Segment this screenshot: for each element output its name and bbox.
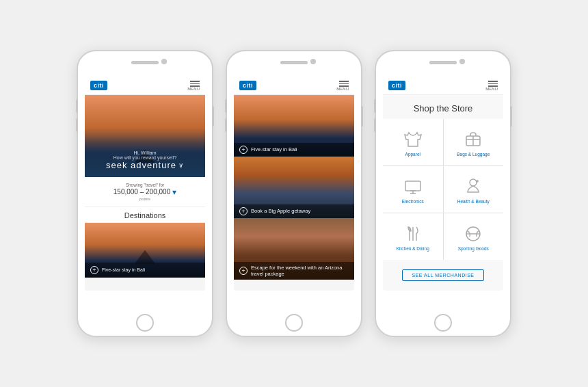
- svg-rect-3: [405, 181, 420, 191]
- shirt-icon: [403, 130, 423, 149]
- volume-down-button: [374, 118, 376, 132]
- menu-icon[interactable]: [488, 81, 498, 87]
- item-label: Five-star stay in Bali: [251, 146, 297, 152]
- phone-camera: [459, 59, 465, 64]
- destination-item-nyc[interactable]: + Book a Big Apple getaway: [234, 157, 354, 218]
- menu-icon[interactable]: [339, 81, 349, 87]
- category-sports[interactable]: Sporting Goods: [444, 213, 504, 260]
- card-title: Five-star stay in Bali: [102, 267, 145, 272]
- phone-2: citi MENU + Five-star stay in Bali: [226, 50, 362, 337]
- home-button[interactable]: [285, 314, 303, 332]
- shop-header: Shop the Store: [383, 95, 503, 119]
- sports-label: Sporting Goods: [458, 246, 489, 251]
- menu-label: MENU: [485, 87, 498, 91]
- item-bar: + Book a Big Apple getaway: [234, 204, 354, 218]
- hero-text-block: Hi, William How will you reward yourself…: [106, 150, 184, 170]
- chevron-down-icon: ∨: [178, 161, 184, 169]
- dining-label: Kitchen & Dining: [397, 246, 429, 251]
- destination-item-bali[interactable]: + Five-star stay in Bali: [234, 95, 354, 157]
- points-sub-label: points: [90, 197, 200, 201]
- citi-navbar: citi MENU: [234, 77, 354, 95]
- phones-container: citi MENU Hi, William How will you rewar…: [77, 50, 511, 337]
- category-apparel[interactable]: Apparel: [383, 119, 443, 165]
- shop-title: Shop the Store: [388, 103, 498, 114]
- points-range: 150,000 – 200,000 ▾: [90, 187, 200, 197]
- home-button[interactable]: [136, 314, 154, 332]
- citi-navbar: citi MENU: [383, 77, 503, 95]
- phone-camera: [310, 59, 316, 64]
- shop-categories-grid: Apparel Bags & Luggage: [383, 119, 503, 261]
- citi-logo: citi: [239, 81, 256, 90]
- filter-bar: Showing "travel" for 150,000 – 200,000 ▾…: [85, 177, 205, 207]
- category-dining[interactable]: Kitchen & Dining: [383, 213, 443, 260]
- menu-icon[interactable]: [190, 81, 200, 87]
- volume-up-button: [374, 99, 376, 113]
- showing-label: Showing "travel" for: [90, 183, 200, 187]
- hero-cta[interactable]: seek adventure ∨: [106, 160, 184, 170]
- see-all-button[interactable]: SEE ALL MERCHANDISE: [402, 269, 485, 281]
- item-bar: + Five-star stay in Bali: [234, 143, 354, 157]
- volume-up-button: [225, 99, 227, 113]
- electronics-icon: [403, 177, 423, 196]
- category-bags[interactable]: Bags & Luggage: [444, 119, 504, 165]
- power-button: [361, 106, 363, 126]
- destinations-section-label: Destinations: [85, 207, 205, 223]
- volume-up-button: [76, 99, 78, 113]
- phone-3-screen: citi MENU Shop the Store: [383, 77, 503, 291]
- health-icon: [464, 177, 483, 196]
- bag-icon: [464, 130, 483, 149]
- category-health[interactable]: Health & Beauty: [444, 166, 504, 213]
- hero-greeting: Hi, William: [106, 150, 184, 155]
- menu-label: MENU: [336, 87, 349, 91]
- phone-camera: [161, 59, 167, 64]
- apparel-label: Apparel: [405, 152, 420, 157]
- citi-navbar: citi MENU: [85, 77, 205, 95]
- phone-speaker: [280, 61, 308, 64]
- add-icon[interactable]: +: [239, 146, 248, 154]
- item-bar: + Escape for the weekend with an Arizona…: [234, 262, 354, 280]
- bags-label: Bags & Luggage: [457, 152, 490, 157]
- item-label: Book a Big Apple getaway: [251, 208, 310, 214]
- citi-logo: citi: [90, 81, 107, 90]
- item-label: Escape for the weekend with an Arizona t…: [251, 265, 349, 277]
- citi-logo: citi: [388, 81, 405, 90]
- hero-subtitle: How will you reward yourself?: [106, 155, 184, 160]
- phone-speaker: [429, 61, 457, 64]
- power-button: [510, 106, 512, 126]
- phone-1: citi MENU Hi, William How will you rewar…: [77, 50, 213, 337]
- phone-speaker: [131, 61, 159, 64]
- sports-icon: [464, 224, 483, 243]
- phone-1-screen: citi MENU Hi, William How will you rewar…: [85, 77, 205, 291]
- dropdown-icon[interactable]: ▾: [172, 187, 176, 197]
- volume-down-button: [76, 118, 78, 132]
- phone-2-screen: citi MENU + Five-star stay in Bali: [234, 77, 354, 291]
- home-button[interactable]: [434, 314, 452, 332]
- add-icon[interactable]: +: [239, 267, 248, 275]
- health-label: Health & Beauty: [457, 199, 490, 204]
- power-button: [212, 106, 214, 126]
- hero-banner: Hi, William How will you reward yourself…: [85, 95, 205, 177]
- add-icon[interactable]: +: [90, 266, 98, 274]
- destination-item-arizona[interactable]: + Escape for the weekend with an Arizona…: [234, 218, 354, 280]
- see-all-container: SEE ALL MERCHANDISE: [383, 260, 503, 291]
- electronics-label: Electronics: [402, 199, 424, 204]
- category-electronics[interactable]: Electronics: [383, 166, 443, 213]
- svg-point-7: [470, 179, 477, 186]
- phone-3: citi MENU Shop the Store: [375, 50, 511, 337]
- card-overlay: + Five-star stay in Bali: [85, 263, 205, 278]
- volume-down-button: [225, 118, 227, 132]
- dining-icon: [403, 224, 423, 243]
- destination-card[interactable]: + Five-star stay in Bali: [85, 223, 205, 278]
- menu-label: MENU: [187, 87, 200, 91]
- add-icon[interactable]: +: [239, 207, 248, 215]
